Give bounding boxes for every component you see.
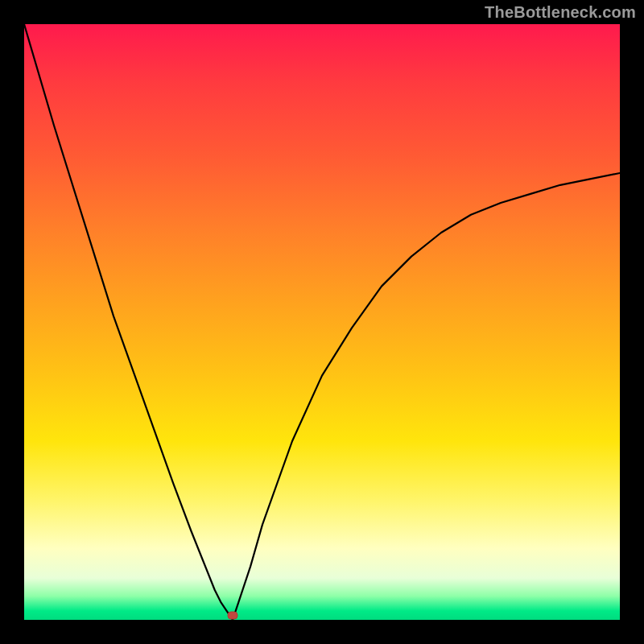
bottleneck-curve [24, 24, 620, 620]
plot-area [24, 24, 620, 620]
chart-frame: TheBottleneck.com [0, 0, 644, 644]
curve-svg [24, 24, 620, 620]
watermark-text: TheBottleneck.com [485, 3, 636, 22]
optimal-point-marker [228, 612, 237, 619]
